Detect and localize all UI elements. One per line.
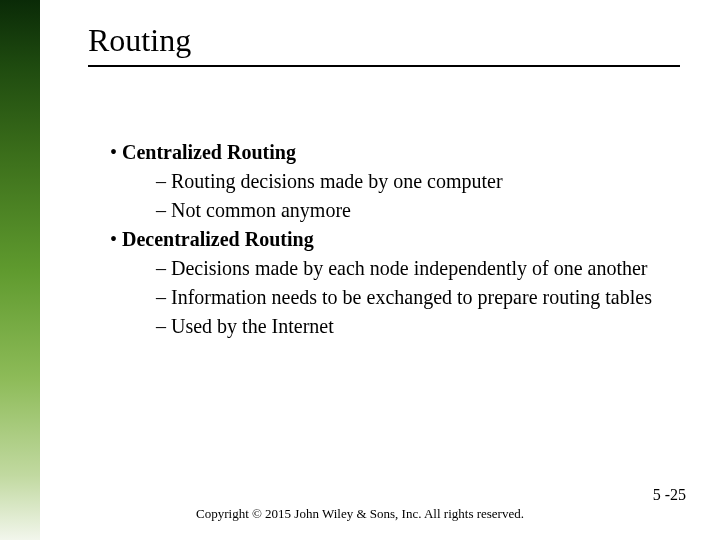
content-area: Centralized Routing Routing decisions ma… xyxy=(110,140,660,343)
bullet-centralized: Centralized Routing xyxy=(110,140,660,165)
title-area: Routing xyxy=(88,22,680,67)
title-underline xyxy=(88,65,680,67)
slide-title: Routing xyxy=(88,22,680,59)
subbullet-decentralized-3: Used by the Internet xyxy=(156,314,660,339)
copyright-footer: Copyright © 2015 John Wiley & Sons, Inc.… xyxy=(0,506,720,522)
subbullet-decentralized-1: Decisions made by each node independentl… xyxy=(156,256,660,281)
page-number: 5 -25 xyxy=(653,486,686,504)
bullet-decentralized-label: Decentralized Routing xyxy=(122,228,314,250)
subbullet-centralized-2: Not common anymore xyxy=(156,198,660,223)
bullet-centralized-label: Centralized Routing xyxy=(122,141,296,163)
side-accent-bar xyxy=(0,0,40,540)
subbullet-decentralized-2: Information needs to be exchanged to pre… xyxy=(156,285,660,310)
subbullet-centralized-1: Routing decisions made by one computer xyxy=(156,169,660,194)
slide: Routing Centralized Routing Routing deci… xyxy=(0,0,720,540)
bullet-decentralized: Decentralized Routing xyxy=(110,227,660,252)
